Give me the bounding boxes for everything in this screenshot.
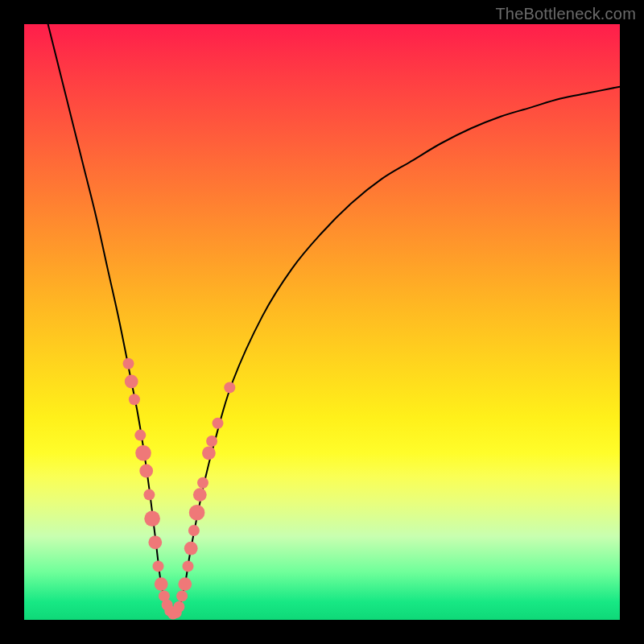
data-marker <box>183 560 194 572</box>
data-marker <box>135 445 151 461</box>
data-marker <box>224 382 235 393</box>
data-marker <box>123 358 134 369</box>
plot-area <box>24 24 620 620</box>
data-marker <box>213 418 224 429</box>
data-marker <box>202 446 216 460</box>
data-marker <box>139 464 153 478</box>
data-marker <box>173 601 184 613</box>
data-marker <box>188 525 200 536</box>
marker-group <box>123 358 236 620</box>
chart-frame: TheBottleneck.com <box>0 0 644 644</box>
data-marker <box>193 488 207 502</box>
data-marker <box>197 477 208 489</box>
data-marker <box>144 510 160 526</box>
data-marker <box>143 489 155 501</box>
data-marker <box>148 535 162 549</box>
data-marker <box>176 590 188 601</box>
bottleneck-curve <box>48 24 620 614</box>
data-marker <box>189 505 205 521</box>
data-marker <box>155 577 168 591</box>
data-marker <box>184 542 198 555</box>
data-marker <box>178 577 192 591</box>
data-marker <box>134 430 146 441</box>
data-marker <box>153 560 164 572</box>
chart-svg <box>24 24 620 620</box>
data-marker <box>129 394 140 405</box>
data-marker <box>206 436 217 447</box>
data-marker <box>125 375 138 389</box>
watermark-text: TheBottleneck.com <box>495 5 636 23</box>
